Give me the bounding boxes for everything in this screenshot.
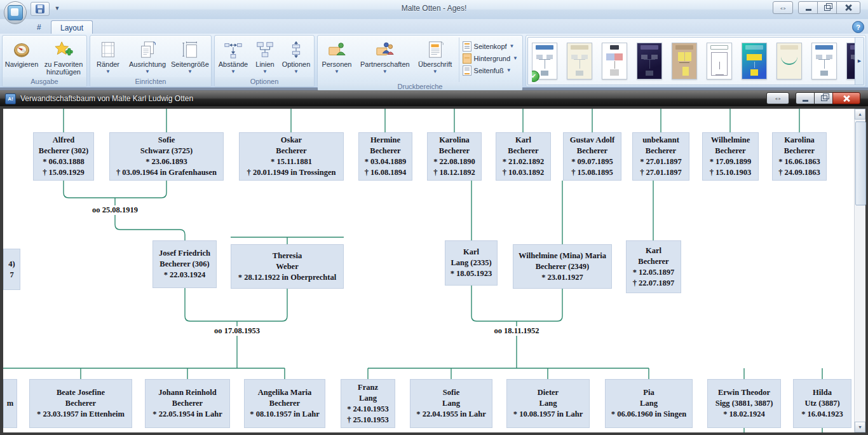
person-box[interactable]: unbekanntBecherer* 27.01.1897† 27.01.189… <box>632 132 689 181</box>
person-box[interactable]: AlfredBecherer (302)* 06.03.1888† 15.09.… <box>33 132 94 181</box>
person-box-partial[interactable]: 4)7 <box>3 249 20 290</box>
background-button[interactable]: Hintergrund ▼ <box>461 52 520 64</box>
margins-button[interactable]: Ränder ▼ <box>91 38 125 77</box>
template-thumbnail[interactable] <box>811 43 837 79</box>
person-detail-line: Becherer (302) <box>39 146 88 156</box>
person-box[interactable]: Erwin TheodorSigg (3881, 3887)* 18.02.19… <box>707 379 781 428</box>
application-menu-button[interactable] <box>4 1 27 24</box>
template-thumbnail[interactable] <box>567 43 592 79</box>
person-detail-line: Oskar <box>281 135 302 146</box>
person-box[interactable]: SofieSchwarz (3725)* 23.06.1893† 03.09.1… <box>109 132 224 181</box>
person-detail-line: * 23.03.1957 in Ettenheim <box>37 409 125 420</box>
chevron-down-icon: ▼ <box>506 67 512 73</box>
template-thumbnail[interactable] <box>602 43 627 79</box>
person-detail-line: * 22.05.1954 in Lahr <box>153 409 222 420</box>
help-button[interactable]: ? <box>852 21 864 33</box>
gallery-scroll-right-button[interactable]: ▶ <box>855 38 864 85</box>
scroll-down-button[interactable]: ▼ <box>855 422 865 432</box>
button-label: Seitengröße <box>171 60 209 68</box>
chevron-down-icon: ▼ <box>433 69 438 74</box>
person-box[interactable]: HermineBecherer* 03.04.1889† 16.08.1894 <box>358 132 412 181</box>
person-detail-line: * 22.04.1955 in Lahr <box>416 409 485 420</box>
person-box[interactable]: HildaUtz (3887)* 16.04.1923 <box>793 379 851 428</box>
window-resize-button[interactable]: ⇔ <box>773 1 793 14</box>
person-box[interactable]: DieterLang* 10.08.1957 in Lahr <box>506 379 590 428</box>
navigate-button[interactable]: Navigieren <box>3 38 41 77</box>
tab-hash[interactable]: # <box>28 20 50 34</box>
person-box[interactable]: Johann ReinholdBecherer* 22.05.1954 in L… <box>145 379 230 428</box>
close-button[interactable] <box>836 1 860 14</box>
person-box[interactable]: Gustav AdolfBecherer* 09.07.1895† 15.08.… <box>563 132 621 181</box>
spacing-button[interactable]: Abstände ▼ <box>215 38 251 77</box>
ribbon-tab-row: # Layout ? <box>0 19 868 34</box>
page-header-button[interactable]: Seitenkopf ▼ <box>461 40 520 52</box>
person-box-partial[interactable]: m <box>3 379 17 428</box>
template-thumbnail[interactable] <box>707 43 732 79</box>
person-box[interactable]: KarlLang (2335)* 18.05.1923 <box>445 240 498 286</box>
template-thumbnail[interactable]: ✔ <box>532 43 557 79</box>
person-detail-line: * 21.02.1892 <box>503 156 545 167</box>
options-button[interactable]: Optionen ▼ <box>279 38 313 77</box>
orientation-button[interactable]: Ausrichtung ▼ <box>125 38 170 77</box>
page-footer-button[interactable]: Seitenfuß ▼ <box>461 64 520 76</box>
person-box[interactable]: SofieLang* 22.04.1955 in Lahr <box>410 379 492 428</box>
person-detail-line: † 22.07.1897 <box>633 278 675 289</box>
add-to-favorites-button[interactable]: zu Favoriten hinzufügen <box>41 38 86 77</box>
template-thumbnail[interactable] <box>637 43 662 79</box>
family-tree-canvas[interactable]: AlfredBecherer (302)* 06.03.1888† 15.09.… <box>3 109 854 432</box>
person-detail-line: Becherer <box>577 146 607 156</box>
person-box[interactable]: Josef FriedrichBecherer (306)* 22.03.192… <box>153 240 217 288</box>
ribbon: Navigieren zu Favoriten hinzufügen Ausga… <box>0 34 868 88</box>
person-box[interactable]: Angelika MariaBecherer* 08.10.1957 in La… <box>244 379 325 428</box>
page-decoration-buttons: Seitenkopf ▼ Hintergrund ▼ Seitenfuß ▼ <box>459 38 522 82</box>
person-box[interactable]: TheresiaWeber* 28.12.1922 in Oberprechta… <box>231 244 344 289</box>
person-box[interactable]: KarlBecherer* 12.05.1897† 22.07.1897 <box>626 240 681 293</box>
person-detail-line: * 09.07.1895 <box>571 156 613 167</box>
person-box[interactable]: Beate JosefineBecherer* 23.03.1957 in Et… <box>29 379 132 428</box>
thumbnail-tree-art <box>816 52 832 76</box>
person-box[interactable]: OskarBecherer* 15.11.1881† 20.01.1949 in… <box>239 132 344 181</box>
restore-icon <box>821 95 827 101</box>
doc-restore-button[interactable] <box>814 92 834 104</box>
person-box[interactable]: KarlBecherer* 21.02.1892† 10.03.1892 <box>496 132 551 181</box>
person-detail-line: Johann Reinhold <box>158 387 216 398</box>
person-box[interactable]: KarolinaBecherer* 22.08.1890† 18.12.1892 <box>427 132 482 181</box>
button-label: Seitenkopf <box>474 43 507 50</box>
doc-resize-button[interactable]: ⇔ <box>766 92 789 104</box>
page-size-button[interactable]: Seitengröße ▼ <box>170 38 210 77</box>
chevron-down-icon: ▼ <box>294 69 299 74</box>
template-thumbnail[interactable] <box>846 43 855 79</box>
scroll-up-button[interactable]: ▲ <box>855 109 865 120</box>
person-box[interactable]: Wilhelmine (Mina) MariaBecherer (2349)* … <box>513 244 612 289</box>
scrollbar-thumb[interactable] <box>855 121 866 205</box>
resize-arrows-icon: ⇔ <box>779 4 787 12</box>
person-box[interactable]: WilhelmineBecherer* 17.09.1899† 15.10.19… <box>702 132 759 181</box>
minimize-button[interactable] <box>798 1 818 14</box>
template-thumbnail[interactable] <box>776 43 802 79</box>
person-box[interactable]: PiaLang* 06.06.1960 in Singen <box>605 379 693 428</box>
ages-app-icon: A! <box>5 93 16 104</box>
persons-button[interactable]: Personen ▼ <box>318 38 356 77</box>
doc-minimize-button[interactable] <box>796 92 815 104</box>
partnerships-button[interactable]: Partnerschaften ▼ <box>356 38 414 77</box>
person-box[interactable]: KarolinaBecherer* 16.06.1863† 24.09.1863 <box>772 132 827 181</box>
person-detail-line: Becherer <box>784 146 815 156</box>
heading-button[interactable]: Überschrift ▼ <box>414 38 456 77</box>
doc-close-button[interactable] <box>832 92 860 104</box>
template-thumbnail[interactable] <box>742 43 767 79</box>
tab-layout[interactable]: Layout <box>51 20 93 34</box>
ribbon-group-ausgabe: Navigieren zu Favoriten hinzufügen Ausga… <box>2 35 87 87</box>
vertical-scrollbar[interactable]: ▲ ▼ <box>854 109 865 432</box>
restore-button[interactable] <box>817 1 837 14</box>
template-thumbnail[interactable] <box>672 43 697 79</box>
person-detail-line: * 16.06.1863 <box>778 156 820 167</box>
person-box[interactable]: FranzLang* 24.10.1953† 25.10.1953 <box>341 379 395 428</box>
person-detail-line: Karolina <box>439 135 470 146</box>
person-detail-line: * 18.05.1923 <box>451 268 492 279</box>
lines-button[interactable]: Linien ▼ <box>251 38 279 77</box>
ribbon-group-optionen: Abstände ▼ Linien ▼ Optionen ▼ <box>214 35 315 87</box>
thumbnail-tree-art <box>536 52 553 76</box>
person-detail-line: * 17.09.1899 <box>710 156 752 167</box>
person-detail-line: 7 <box>10 270 13 280</box>
button-label: Partnerschaften <box>360 60 410 68</box>
